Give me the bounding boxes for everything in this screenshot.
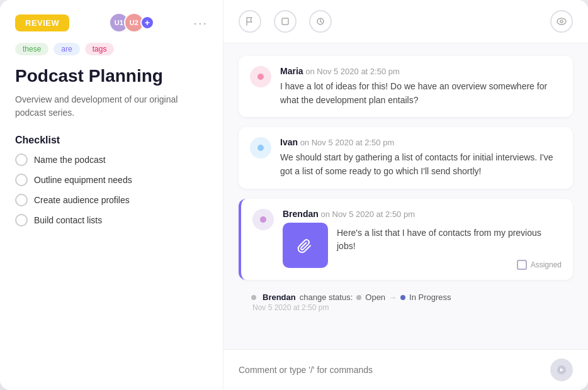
msg-header-brendan: Brendan on Nov 5 2020 at 2:50 pm (283, 209, 562, 219)
msg-text-ivan: We should start by gathering a list of c… (280, 151, 562, 178)
checklist-label: Build contact lists (34, 215, 102, 225)
status-arrow: → (389, 293, 397, 302)
bullet-dot (251, 295, 256, 300)
status-line: Brendan change status: Open → In Progres… (251, 292, 573, 302)
msg-text-maria: I have a lot of ideas for this! Do we ha… (280, 80, 562, 107)
status-author: Brendan (263, 292, 296, 302)
msg-author-ivan: Ivan (280, 137, 298, 147)
checklist-heading: Checklist (15, 135, 208, 146)
left-header: REVIEW U1 U2 + ··· (15, 13, 208, 33)
comment-input[interactable] (239, 365, 543, 375)
msg-meta-ivan: on Nov 5 2020 at 2:50 pm (300, 138, 395, 147)
status-action: change status: (300, 292, 353, 302)
msg-author-brendan: Brendan (283, 209, 319, 219)
message-maria: Maria on Nov 5 2020 at 2:50 pm I have a … (239, 56, 573, 117)
checkbox-1[interactable] (15, 153, 28, 166)
checklist-item: Create audience profiles (15, 194, 208, 206)
eye-icon-button[interactable] (550, 10, 573, 33)
status-timestamp: Nov 5 2020 at 2:50 pm (251, 303, 573, 312)
tags-row: these are tags (15, 43, 208, 55)
msg-text-brendan: Here's a list that I have of contacts fr… (337, 226, 562, 254)
status-change-row: Brendan change status: Open → In Progres… (239, 290, 573, 315)
chat-area: Maria on Nov 5 2020 at 2:50 pm I have a … (223, 43, 588, 349)
checklist: Name the podcast Outline equipment needs… (15, 153, 208, 226)
msg-content-ivan: Ivan on Nov 5 2020 at 2:50 pm We should … (280, 137, 562, 178)
attachment-icon[interactable] (283, 223, 328, 268)
in-progress-status-dot (400, 295, 405, 300)
msg-meta-brendan: on Nov 5 2020 at 2:50 pm (320, 209, 415, 219)
checkbox-3[interactable] (15, 194, 28, 206)
checklist-item: Build contact lists (15, 214, 208, 226)
message-ivan: Ivan on Nov 5 2020 at 2:50 pm We should … (239, 127, 573, 188)
status-to: In Progress (409, 292, 451, 302)
status-from: Open (365, 292, 385, 302)
open-status-dot (356, 295, 361, 300)
tag-tags[interactable]: tags (85, 43, 115, 55)
right-header (223, 0, 588, 43)
page-title: Podcast Planning (15, 65, 208, 87)
svg-point-3 (560, 20, 563, 23)
checklist-item: Outline equipment needs (15, 174, 208, 186)
svg-point-2 (557, 18, 566, 25)
tag-these[interactable]: these (15, 43, 48, 55)
svg-rect-0 (282, 18, 288, 25)
msg-author-maria: Maria (280, 66, 303, 76)
avatar-brendan (252, 209, 274, 230)
msg-content-maria: Maria on Nov 5 2020 at 2:50 pm I have a … (280, 66, 562, 107)
comment-area (223, 349, 588, 390)
msg-header-ivan: Ivan on Nov 5 2020 at 2:50 pm (280, 137, 562, 147)
flag-icon-button[interactable] (239, 10, 261, 33)
left-panel: REVIEW U1 U2 + ··· these are tags Podcas… (0, 0, 223, 390)
checklist-item: Name the podcast (15, 153, 208, 166)
more-options-button[interactable]: ··· (193, 16, 208, 29)
comment-send-button[interactable] (550, 359, 573, 381)
msg-meta-maria: on Nov 5 2020 at 2:50 pm (305, 67, 400, 76)
msg-body-brendan: Here's a list that I have of contacts fr… (283, 223, 562, 270)
checkbox-2[interactable] (15, 174, 28, 186)
message-brendan: Brendan on Nov 5 2020 at 2:50 pm Here's … (239, 199, 573, 280)
assigned-checkbox[interactable] (517, 260, 527, 270)
checkbox-4[interactable] (15, 214, 28, 226)
header-icons-left (239, 10, 332, 33)
checklist-label: Name the podcast (34, 155, 106, 165)
msg-header-maria: Maria on Nov 5 2020 at 2:50 pm (280, 66, 562, 76)
msg-content-brendan: Brendan on Nov 5 2020 at 2:50 pm Here's … (283, 209, 562, 270)
square-icon-button[interactable] (274, 10, 297, 33)
checklist-label: Create audience profiles (34, 195, 130, 205)
avatar-group: U1 U2 + (109, 13, 154, 33)
checklist-label: Outline equipment needs (34, 175, 132, 185)
page-description: Overview and development of our original… (15, 93, 208, 120)
review-button[interactable]: REVIEW (15, 14, 69, 31)
avatar-ivan (250, 137, 271, 159)
avatar-maria (250, 66, 271, 87)
tag-are[interactable]: are (54, 43, 79, 55)
assigned-label: Assigned (531, 260, 562, 269)
right-panel: Maria on Nov 5 2020 at 2:50 pm I have a … (223, 0, 588, 390)
add-avatar-button[interactable]: + (140, 16, 154, 30)
clock-icon-button[interactable] (309, 10, 332, 33)
assigned-row: Assigned (337, 260, 562, 270)
msg-text-brendan-wrap: Here's a list that I have of contacts fr… (337, 223, 562, 270)
